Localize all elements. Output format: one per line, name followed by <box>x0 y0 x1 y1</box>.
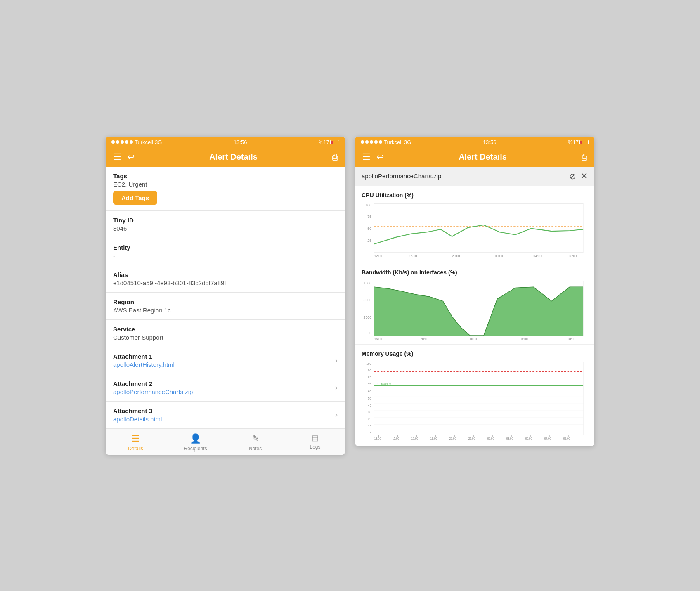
svg-text:25: 25 <box>367 238 371 242</box>
svg-text:03:00: 03:00 <box>506 437 513 440</box>
svg-text:23:00: 23:00 <box>468 437 475 440</box>
svg-rect-35 <box>374 362 583 435</box>
battery-body <box>330 140 339 144</box>
battery-fill <box>331 141 333 144</box>
service-value: Customer Support <box>113 334 338 341</box>
add-tags-button[interactable]: Add Tags <box>113 191 157 205</box>
tab-details[interactable]: ☰ Details <box>106 429 166 455</box>
share-icon-right[interactable]: ⎙ <box>582 152 587 163</box>
svg-text:100: 100 <box>366 362 371 365</box>
carrier-label: Turkcell <box>135 139 153 145</box>
cpu-chart-title: CPU Utilization (%) <box>362 192 588 199</box>
share-icon-left[interactable]: ⎙ <box>332 152 338 163</box>
svg-text:50: 50 <box>368 396 372 400</box>
svg-text:7500: 7500 <box>364 281 372 285</box>
battery-body-right <box>579 140 589 144</box>
nav-bar-right: ☰ ↩ Alert Details ⎙ <box>355 148 594 167</box>
svg-text:0: 0 <box>369 331 371 335</box>
back-icon-right[interactable]: ↩ <box>376 152 384 163</box>
attachment-3-row[interactable]: Attachment 3 apolloDetails.html › <box>106 402 345 429</box>
rdot-5 <box>379 140 382 144</box>
battery-fill-right <box>580 141 582 144</box>
tiny-id-label: Tiny ID <box>113 217 338 224</box>
svg-text:← Baseline: ← Baseline <box>377 382 391 385</box>
attachment-1-row[interactable]: Attachment 1 apolloAlertHistory.html › <box>106 347 345 374</box>
bandwidth-chart: 7500 5000 2500 0 16:00 20:00 00:00 04:00 <box>362 279 588 341</box>
tab-logs[interactable]: ▤ Logs <box>285 429 345 455</box>
attachment-3-chevron: › <box>335 411 338 419</box>
svg-text:60: 60 <box>368 390 372 393</box>
compass-icon[interactable]: ⊘ <box>569 171 576 181</box>
carrier-right: Turkcell <box>384 139 402 145</box>
dot-3 <box>121 140 124 144</box>
nav-right-icons: ☰ ↩ <box>362 152 384 163</box>
tab-notes-label: Notes <box>249 446 262 452</box>
bandwidth-chart-svg: 7500 5000 2500 0 16:00 20:00 00:00 04:00 <box>362 279 588 341</box>
bandwidth-chart-title: Bandwidth (Kb/s) on Interfaces (%) <box>362 269 588 276</box>
hamburger-icon-right[interactable]: ☰ <box>362 152 371 163</box>
signal-dots-right <box>361 140 382 144</box>
svg-text:100: 100 <box>365 203 371 207</box>
tab-recipients[interactable]: 👤 Recipients <box>166 429 225 455</box>
svg-text:2500: 2500 <box>364 315 372 319</box>
battery-pct: %17 <box>319 139 329 145</box>
rdot-1 <box>361 140 364 144</box>
attachment-1-label: Attachment 1 <box>113 353 175 360</box>
svg-text:16:00: 16:00 <box>374 337 382 340</box>
svg-text:07:00: 07:00 <box>544 437 551 440</box>
svg-text:04:00: 04:00 <box>533 254 541 258</box>
alias-label: Alias <box>113 271 338 278</box>
nav-left-icons: ☰ ↩ <box>113 152 135 163</box>
attachment-1-value: apolloAlertHistory.html <box>113 361 175 368</box>
tiny-id-value: 3046 <box>113 225 338 232</box>
region-label: Region <box>113 298 338 305</box>
attachment-2-value: apolloPerformanceCharts.zip <box>113 388 193 395</box>
tab-logs-label: Logs <box>310 444 320 450</box>
tags-label: Tags <box>113 173 338 180</box>
attachment-2-content: Attachment 2 apolloPerformanceCharts.zip <box>113 380 193 395</box>
entity-row: Entity - <box>106 238 345 265</box>
notes-icon: ✎ <box>252 433 259 444</box>
rdot-2 <box>365 140 369 144</box>
svg-text:01:00: 01:00 <box>487 437 494 440</box>
attachment-2-row[interactable]: Attachment 2 apolloPerformanceCharts.zip… <box>106 374 345 402</box>
svg-text:05:00: 05:00 <box>525 437 532 440</box>
tiny-id-row: Tiny ID 3046 <box>106 211 345 238</box>
svg-text:70: 70 <box>368 383 372 386</box>
svg-text:15:00: 15:00 <box>393 437 400 440</box>
nav-bar-left: ☰ ↩ Alert Details ⎙ <box>106 148 345 167</box>
status-left: Turkcell 3G <box>111 139 162 145</box>
memory-chart: 100 90 80 70 60 50 40 30 20 10 0 <box>362 360 588 443</box>
svg-text:90: 90 <box>368 369 372 372</box>
rdot-3 <box>370 140 373 144</box>
screens-container: Turkcell 3G 13:56 %17 ☰ ↩ Alert Details … <box>106 137 594 455</box>
svg-text:20:00: 20:00 <box>452 254 460 258</box>
svg-text:13:00: 13:00 <box>374 437 381 440</box>
svg-text:50: 50 <box>367 226 371 230</box>
hamburger-icon[interactable]: ☰ <box>113 152 121 163</box>
back-icon[interactable]: ↩ <box>127 152 135 163</box>
cpu-chart-section: CPU Utilization (%) 100 75 50 25 <box>355 186 594 263</box>
alias-row: Alias e1d04510-a59f-4e93-b301-83c2ddf7a8… <box>106 265 345 293</box>
bandwidth-chart-section: Bandwidth (Kb/s) on Interfaces (%) 7500 … <box>355 263 594 345</box>
entity-value: - <box>113 252 338 259</box>
tab-notes[interactable]: ✎ Notes <box>225 429 285 455</box>
close-icon[interactable]: ✕ <box>580 171 588 182</box>
alias-value: e1d04510-a59f-4e93-b301-83c2ddf7a89f <box>113 279 338 286</box>
logs-icon: ▤ <box>312 433 319 442</box>
svg-text:19:00: 19:00 <box>430 437 438 440</box>
attachment-2-chevron: › <box>335 383 338 392</box>
entity-label: Entity <box>113 244 338 251</box>
svg-text:5000: 5000 <box>364 298 372 302</box>
rdot-4 <box>374 140 378 144</box>
service-label: Service <box>113 326 338 333</box>
cpu-chart: 100 75 50 25 12:00 16:00 <box>362 202 588 260</box>
svg-text:10: 10 <box>368 424 372 428</box>
memory-chart-section: Memory Usage (%) 100 90 80 70 60 50 40 3… <box>355 345 594 446</box>
tags-value: EC2, Urgent <box>113 181 338 188</box>
attachment-3-content: Attachment 3 apolloDetails.html <box>113 407 162 423</box>
svg-text:20:00: 20:00 <box>420 337 428 340</box>
tags-row: Tags EC2, Urgent Add Tags <box>106 167 345 211</box>
svg-rect-4 <box>374 203 583 252</box>
attachment-header-icons: ⊘ ✕ <box>569 171 588 182</box>
